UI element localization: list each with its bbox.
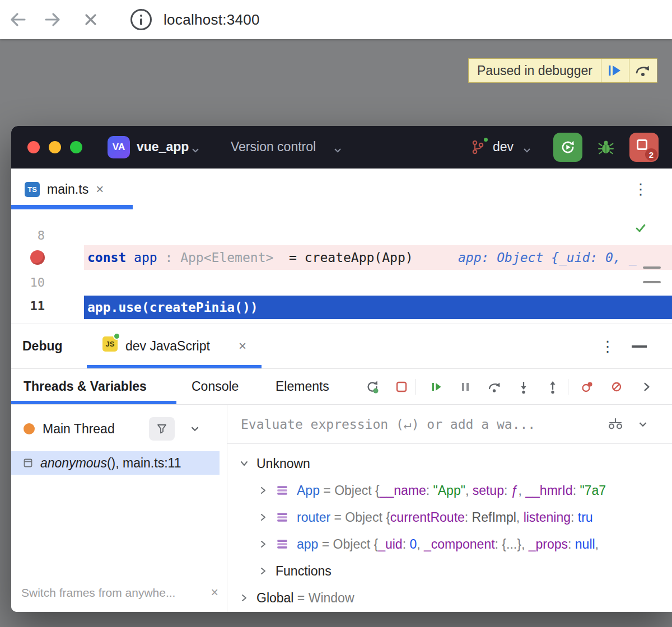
ide-titlebar: VA vue_app Version control dev xyxy=(11,126,672,169)
tree-label: Unknown xyxy=(256,456,310,471)
stack-frame-icon xyxy=(22,457,34,469)
resume-program-button[interactable] xyxy=(428,378,445,395)
scrollbar-mark[interactable] xyxy=(643,266,661,269)
inspections-ok-icon[interactable] xyxy=(634,221,647,237)
variable-value: router = Object {currentRoute: RefImpl, … xyxy=(297,510,593,525)
editor-tab-label: main.ts xyxy=(47,182,88,197)
more-actions-chevron-icon[interactable] xyxy=(638,378,655,395)
stack-frame-label: anonymous(), main.ts:11 xyxy=(40,456,181,471)
step-over-next-button[interactable] xyxy=(629,59,657,82)
scrollbar-mark[interactable] xyxy=(643,281,661,283)
step-out-button[interactable] xyxy=(544,378,561,395)
editor-tab-bar: TS main.ts × ⋮ xyxy=(11,169,672,209)
frames-hint: Switch frames from anywhe... × xyxy=(21,585,218,600)
chevron-down-icon[interactable] xyxy=(240,459,249,468)
thread-selector[interactable]: Main Thread xyxy=(11,413,227,444)
tab-close-icon[interactable]: × xyxy=(96,181,104,197)
debug-button[interactable] xyxy=(592,134,619,161)
debug-options-kebab-icon[interactable]: ⋮ xyxy=(598,334,617,359)
pause-program-button[interactable] xyxy=(457,378,474,395)
editor-tab-main-ts[interactable]: TS main.ts × xyxy=(25,176,104,202)
watches-icon[interactable] xyxy=(607,417,624,432)
stop-square-icon xyxy=(637,139,647,150)
rerun-icon xyxy=(365,379,380,395)
chevron-right-icon[interactable] xyxy=(259,540,268,549)
inline-debugger-value: app: Object {_uid: 0, _ xyxy=(458,250,637,265)
breakpoint-icon[interactable] xyxy=(30,250,45,265)
thread-name: Main Thread xyxy=(43,422,115,437)
site-info-icon[interactable] xyxy=(130,9,152,30)
breakpoint-line[interactable]: const app : App<Element> = createApp(App… xyxy=(84,245,672,270)
line-number: 10 xyxy=(11,275,45,291)
stack-frame-row[interactable]: anonymous(), main.ts:11 xyxy=(11,451,220,475)
step-over-button[interactable] xyxy=(486,378,503,395)
session-close-icon[interactable]: × xyxy=(239,338,246,354)
tree-row-app[interactable]: app = Object {_uid: 0, _component: {...}… xyxy=(227,531,672,558)
session-active-dot xyxy=(113,333,120,340)
debug-session-tab[interactable]: dev JavaScript xyxy=(125,339,210,354)
code-line-11: app.use(createPinia()) xyxy=(87,300,258,315)
pause-icon xyxy=(458,379,473,395)
stop-debug-button[interactable] xyxy=(393,378,410,395)
back-button[interactable] xyxy=(8,10,28,29)
paused-label: Paused in debugger xyxy=(469,59,601,82)
debug-toolwindow-header: Debug JS dev JavaScript × ⋮ xyxy=(11,324,672,368)
view-breakpoints-button[interactable] xyxy=(579,378,596,395)
step-over-icon xyxy=(487,379,502,395)
tree-row-router[interactable]: router = Object {currentRoute: RefImpl, … xyxy=(227,504,672,531)
project-name-menu[interactable]: vue_app xyxy=(137,139,189,155)
ide-window: VA vue_app Version control dev xyxy=(11,126,672,612)
chevron-down-icon[interactable] xyxy=(190,424,199,434)
variable-value: app = Object {_uid: 0, _component: {...}… xyxy=(297,537,599,552)
tree-row-unknown[interactable]: Unknown xyxy=(227,450,672,477)
tree-row-functions[interactable]: Functions xyxy=(227,558,672,584)
stop-button[interactable]: 2 xyxy=(629,133,659,162)
step-out-icon xyxy=(545,379,561,395)
chevron-right-icon[interactable] xyxy=(240,593,249,602)
step-into-button[interactable] xyxy=(515,378,532,395)
tab-console[interactable]: Console xyxy=(192,377,239,395)
rerun-debug-button[interactable] xyxy=(364,378,381,395)
version-control-menu[interactable]: Version control xyxy=(231,139,316,155)
view-breakpoints-icon xyxy=(580,379,595,395)
info-stem xyxy=(140,18,142,25)
frames-pane: Main Thread anonymous(), main. xyxy=(11,405,227,612)
rerun-button[interactable] xyxy=(553,133,582,162)
branch-selector[interactable]: dev xyxy=(493,139,514,155)
toolbar-separator xyxy=(416,379,416,395)
code-editor[interactable]: 8 10 11 const app : App<Element> = creat… xyxy=(11,209,672,324)
hint-close-icon[interactable]: × xyxy=(211,585,218,600)
chevron-right-icon[interactable] xyxy=(259,486,268,495)
resume-icon xyxy=(428,379,444,395)
branch-changes-dot xyxy=(483,137,489,143)
macos-zoom-button[interactable] xyxy=(70,141,82,153)
tree-label: Functions xyxy=(276,564,332,579)
mute-breakpoints-button[interactable] xyxy=(608,378,625,395)
address-url[interactable]: localhost:3400 xyxy=(164,11,260,29)
typescript-file-icon: TS xyxy=(25,182,40,197)
forward-button[interactable] xyxy=(43,10,63,29)
tab-options-kebab-icon[interactable]: ⋮ xyxy=(631,176,651,202)
tree-row-App[interactable]: App = Object {__name: "App", setup: ƒ, _… xyxy=(227,477,672,504)
tab-threads-variables[interactable]: Threads & Variables xyxy=(24,377,147,395)
evaluate-expression-input[interactable] xyxy=(241,417,607,432)
tree-row-global[interactable]: Global = Window xyxy=(227,584,672,611)
chevron-down-icon xyxy=(523,145,531,155)
variable-value: Global = Window xyxy=(256,591,354,606)
execution-point-line[interactable]: app.use(createPinia()) xyxy=(84,296,672,319)
close-x-icon xyxy=(83,12,98,27)
project-badge[interactable]: VA xyxy=(108,136,130,158)
frames-hint-text: Switch frames from anywhe... xyxy=(21,586,175,600)
variable-icon xyxy=(276,538,289,550)
filter-frames-button[interactable] xyxy=(149,417,175,441)
chevron-right-icon[interactable] xyxy=(259,567,268,575)
toolbar-separator xyxy=(568,379,568,395)
chevron-right-icon[interactable] xyxy=(259,513,268,522)
tab-elements[interactable]: Elements xyxy=(276,377,329,395)
minimize-icon[interactable] xyxy=(632,345,647,348)
chevron-down-icon[interactable] xyxy=(638,422,647,427)
close-button[interactable] xyxy=(81,10,101,29)
resume-script-button[interactable] xyxy=(601,59,629,82)
macos-minimize-button[interactable] xyxy=(49,141,61,153)
macos-close-button[interactable] xyxy=(27,141,40,153)
